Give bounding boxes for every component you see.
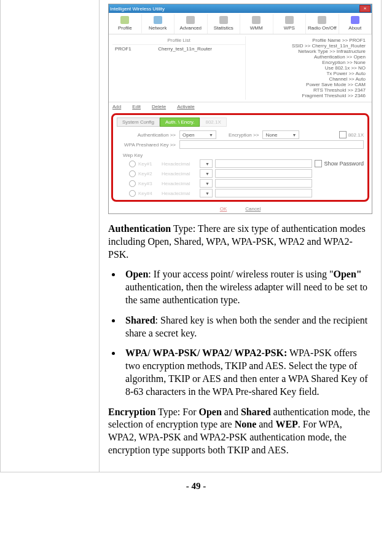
utility-screenshot: Intelligent Wireless Utility × Profile N…: [108, 4, 372, 214]
profile-actions: Add Edit Delete Activate: [109, 102, 372, 111]
tab-wmm[interactable]: WMM: [240, 14, 273, 34]
encr-label: Encryption >>: [229, 132, 262, 138]
page-row: Intelligent Wireless Utility × Profile N…: [0, 0, 382, 472]
wps-icon: [285, 16, 294, 24]
caret-down-icon: ▼: [205, 172, 210, 176]
shared-item: Shared: Shared key is when both the send…: [122, 314, 372, 340]
wep-key3-mode-dropdown[interactable]: ▼: [200, 179, 213, 188]
profile-name-cell: PROF1: [115, 46, 151, 52]
main-tabs: Profile Network Advanced Statistics WMM …: [109, 13, 372, 34]
tab-about[interactable]: About: [339, 14, 372, 34]
profile-details: Profile Name >> PROF1 SSID >> Cherry_tes…: [246, 36, 368, 100]
authentication-paragraph: Authentication Type: There are six type …: [108, 223, 372, 261]
tab-profile[interactable]: Profile: [109, 14, 142, 34]
caret-down-icon: ▼: [209, 133, 213, 137]
profile-row[interactable]: PROF1 Cherry_test_11n_Router: [112, 45, 245, 53]
open-item: Open: If your access point/ wireless rou…: [122, 268, 372, 306]
auth-list: Open: If your access point/ wireless rou…: [108, 268, 372, 398]
radio-icon: [318, 16, 326, 24]
encryption-paragraph: Encryption Type: For Open and Shared aut…: [108, 406, 372, 457]
wep-key2-input[interactable]: [215, 169, 312, 178]
show-password-label: Show Password: [324, 161, 364, 167]
sub-tabs: System Config Auth. \ Encry. 802.1X: [117, 117, 364, 127]
8021x-label: 802.1X: [348, 132, 364, 138]
tab-wps[interactable]: WPS: [273, 14, 307, 34]
wpa-item: WPA/ WPA-PSK/ WPA2/ WPA2-PSK: WPA-PSK of…: [122, 347, 372, 398]
tab-advanced[interactable]: Advanced: [174, 14, 208, 34]
wep-key4-mode-dropdown[interactable]: ▼: [200, 189, 213, 197]
8021x-checkbox[interactable]: [339, 131, 347, 138]
caret-down-icon: ▼: [292, 133, 296, 137]
auth-dropdown[interactable]: Open▼: [179, 130, 216, 139]
advanced-icon: [186, 16, 195, 24]
delete-button[interactable]: Delete: [152, 104, 166, 109]
caret-down-icon: ▼: [205, 181, 210, 186]
caret-down-icon: ▼: [205, 191, 210, 196]
add-button[interactable]: Add: [112, 104, 121, 109]
caret-down-icon: ▼: [205, 162, 210, 166]
wep-key2-radio[interactable]: [129, 170, 136, 177]
subtab-system-config[interactable]: System Config: [117, 117, 160, 127]
dialog-buttons: OK Cancel: [109, 204, 372, 213]
encr-dropdown[interactable]: None▼: [262, 130, 299, 139]
profile-section: Profile List PROF1 Cherry_test_11n_Route…: [109, 34, 372, 102]
window-titlebar: Intelligent Wireless Utility ×: [109, 4, 372, 13]
wep-key-heading: Wep Key: [123, 153, 364, 158]
subtab-auth-encry[interactable]: Auth. \ Encry.: [160, 117, 200, 127]
wep-key4-radio[interactable]: [129, 190, 136, 197]
profile-ssid-cell: Cherry_test_11n_Router: [158, 46, 212, 52]
network-icon: [154, 16, 162, 24]
tab-network[interactable]: Network: [142, 14, 175, 34]
wep-key1-radio[interactable]: [129, 161, 136, 167]
profile-icon: [120, 16, 129, 24]
wep-key1-mode-dropdown[interactable]: ▼: [200, 159, 213, 168]
document-text: Authentication Type: There are six type …: [108, 223, 372, 457]
wep-key2-mode-dropdown[interactable]: ▼: [200, 169, 213, 178]
wmm-icon: [252, 16, 261, 24]
page-number: - 49 -: [0, 481, 392, 491]
wep-key4-input[interactable]: [215, 189, 312, 197]
edit-button[interactable]: Edit: [132, 104, 141, 109]
highlighted-panel: System Config Auth. \ Encry. 802.1X Auth…: [111, 113, 369, 202]
tab-statistics[interactable]: Statistics: [208, 14, 241, 34]
close-icon[interactable]: ×: [359, 5, 370, 12]
right-column: Intelligent Wireless Utility × Profile N…: [100, 0, 381, 472]
show-password-checkbox[interactable]: [315, 160, 322, 167]
wep-key1-input[interactable]: [215, 159, 313, 168]
left-column: [0, 0, 100, 472]
psk-input[interactable]: [179, 140, 364, 149]
activate-button[interactable]: Activate: [177, 104, 194, 109]
psk-label: WPA Preshared Key >>: [117, 142, 179, 148]
ok-button[interactable]: OK: [220, 206, 227, 212]
cancel-button[interactable]: Cancel: [245, 206, 261, 212]
wep-key3-radio[interactable]: [129, 180, 136, 187]
subtab-8021x[interactable]: 802.1X: [200, 117, 226, 127]
statistics-icon: [219, 16, 228, 24]
about-icon: [351, 16, 359, 24]
tab-radio[interactable]: Radio On/Off: [306, 14, 339, 34]
auth-label: Authentication >>: [117, 132, 179, 138]
profile-list-header: Profile List: [112, 36, 245, 45]
window-title: Intelligent Wireless Utility: [110, 6, 165, 12]
wep-key3-input[interactable]: [215, 179, 312, 188]
